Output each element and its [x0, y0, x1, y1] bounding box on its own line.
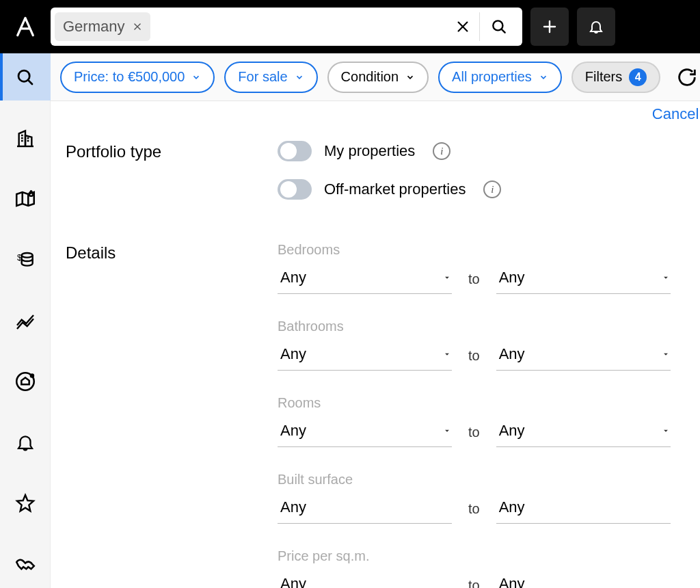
range-row: AnytoAny: [278, 571, 696, 588]
to-input[interactable]: Any: [496, 571, 671, 588]
cancel-button[interactable]: Cancel: [652, 105, 699, 123]
to-input[interactable]: Any: [496, 494, 671, 524]
pill-all-properties[interactable]: All properties: [438, 62, 562, 93]
pill-for-sale[interactable]: For sale: [224, 62, 317, 93]
from-select-value: Any: [280, 345, 306, 363]
to-select[interactable]: Any: [496, 418, 671, 447]
pill-condition-label: Condition: [341, 69, 399, 85]
range-label: Price per sq.m.: [278, 548, 696, 564]
chevron-down-icon: [191, 72, 201, 82]
range-price-per-sq-m-: Price per sq.m.AnytoAny: [278, 548, 696, 588]
pill-price-label: Price: to €500,000: [74, 69, 185, 85]
nav-home-icon[interactable]: [0, 358, 51, 405]
nav-analytics-icon[interactable]: [0, 297, 51, 344]
toggle-row-my-properties: My properties i: [278, 141, 696, 161]
topbar: Germany: [0, 0, 700, 53]
range-bathrooms: BathroomsAnytoAny: [278, 319, 696, 371]
chevron-down-icon: [442, 273, 452, 282]
range-label: Bathrooms: [278, 319, 696, 334]
pill-all-properties-label: All properties: [452, 69, 532, 85]
nav-star-icon[interactable]: [0, 480, 51, 527]
toggle-off-market[interactable]: [278, 179, 312, 200]
range-rooms: RoomsAnytoAny: [278, 395, 696, 447]
nav-handshake-icon[interactable]: [0, 541, 51, 588]
section-portfolio-type: Portfolio type My properties i Off-marke…: [66, 141, 696, 217]
search-chip-germany[interactable]: Germany: [55, 12, 150, 41]
pill-filters-label: Filters: [585, 69, 622, 85]
from-select-value: Any: [280, 422, 306, 440]
search-submit-icon[interactable]: [480, 10, 518, 43]
app-logo[interactable]: [8, 10, 42, 44]
chevron-down-icon: [661, 426, 671, 436]
filter-pill-row: Price: to €500,000 For sale Condition Al…: [51, 53, 700, 101]
range-row: AnytoAny: [278, 418, 696, 447]
to-select[interactable]: Any: [496, 341, 671, 371]
toggle-off-market-label: Off-market properties: [324, 181, 466, 198]
svg-point-2: [21, 253, 32, 258]
remove-chip-icon[interactable]: [133, 22, 142, 31]
chevron-down-icon: [661, 273, 671, 282]
nav-search-icon[interactable]: [0, 53, 51, 101]
svg-text:$: $: [17, 253, 22, 263]
to-label: to: [468, 578, 480, 588]
refresh-icon[interactable]: [673, 63, 700, 92]
from-input[interactable]: Any: [278, 571, 452, 588]
info-icon[interactable]: i: [433, 142, 450, 160]
search-chip-label: Germany: [63, 18, 124, 36]
main: Price: to €500,000 For sale Condition Al…: [51, 53, 700, 588]
chevron-down-icon: [405, 72, 415, 82]
pill-for-sale-label: For sale: [238, 69, 287, 85]
filters-count-badge: 4: [629, 68, 647, 86]
to-select[interactable]: Any: [496, 265, 671, 294]
chevron-down-icon: [295, 72, 304, 82]
to-label: to: [468, 348, 480, 371]
from-input[interactable]: Any: [278, 494, 452, 524]
nav-map-hot-icon[interactable]: [0, 175, 51, 222]
range-bedrooms: BedroomsAnytoAny: [278, 242, 696, 294]
to-select-value: Any: [499, 422, 525, 440]
chevron-down-icon: [661, 349, 671, 359]
clear-search-icon[interactable]: [446, 10, 479, 43]
chevron-down-icon: [442, 349, 452, 359]
from-select[interactable]: Any: [278, 341, 452, 371]
filters-panel: Cancel Portfolio type My properties i Of…: [51, 101, 700, 588]
range-label: Built surface: [278, 472, 696, 487]
chevron-down-icon: [539, 72, 548, 82]
range-row: AnytoAny: [278, 265, 696, 294]
to-select-value: Any: [499, 345, 525, 363]
toggle-my-properties[interactable]: [278, 141, 312, 161]
from-select-value: Any: [280, 269, 306, 286]
toggle-my-properties-label: My properties: [324, 142, 415, 160]
nav-money-icon[interactable]: $: [0, 236, 51, 283]
chevron-down-icon: [442, 426, 452, 436]
from-select[interactable]: Any: [278, 265, 452, 294]
to-label: to: [468, 501, 480, 524]
to-label: to: [468, 271, 480, 294]
pill-filters[interactable]: Filters 4: [571, 62, 660, 93]
range-built-surface: Built surfaceAnytoAny: [278, 472, 696, 524]
add-button[interactable]: [530, 8, 569, 46]
notifications-button[interactable]: [577, 8, 615, 46]
pill-condition[interactable]: Condition: [327, 62, 429, 93]
section-portfolio-title: Portfolio type: [66, 141, 278, 217]
toggle-row-off-market: Off-market properties i: [278, 179, 696, 200]
svg-point-5: [30, 375, 33, 377]
range-label: Rooms: [278, 395, 696, 411]
nav-bell-icon[interactable]: [0, 419, 51, 466]
nav-buildings-icon[interactable]: [0, 114, 51, 161]
range-label: Bedrooms: [278, 242, 696, 258]
range-row: AnytoAny: [278, 341, 696, 371]
search-box[interactable]: Germany: [51, 8, 522, 46]
left-nav: $: [0, 53, 51, 588]
pill-price[interactable]: Price: to €500,000: [60, 62, 215, 93]
from-select[interactable]: Any: [278, 418, 452, 447]
info-icon[interactable]: i: [483, 181, 501, 198]
section-details-title: Details: [66, 242, 278, 588]
range-row: AnytoAny: [278, 494, 696, 524]
to-select-value: Any: [499, 269, 525, 286]
to-label: to: [468, 425, 480, 447]
section-details: Details BedroomsAnytoAnyBathroomsAnytoAn…: [66, 242, 696, 588]
